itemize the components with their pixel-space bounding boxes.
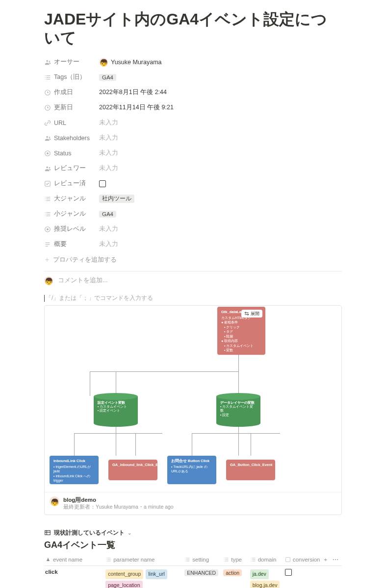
list-icon <box>250 557 256 563</box>
list-icon <box>223 557 229 563</box>
tag-chip: link_url <box>146 569 167 579</box>
tag-chip: action <box>223 569 242 576</box>
expand-icon <box>244 311 249 316</box>
diagram-node-b3: お問合せ Button Click • TrackURL内に jade のURL… <box>167 456 216 484</box>
database-view-tab[interactable]: 現状計測しているイベント ⌄ <box>44 529 342 537</box>
table-icon <box>44 529 51 536</box>
svg-point-6 <box>47 228 49 230</box>
prop-owner[interactable]: オーサー 👦Yusuke Murayama <box>44 56 342 68</box>
people-icon <box>44 59 51 66</box>
prop-status[interactable]: Status 未入力 <box>44 147 342 159</box>
tag-chip: GA4 <box>99 74 116 81</box>
list-icon <box>44 211 51 218</box>
avatar: 👦 <box>50 496 59 506</box>
col-event-name[interactable]: event name <box>44 554 104 566</box>
tag-chip: content_group <box>105 569 143 579</box>
svg-rect-7 <box>45 531 51 535</box>
prop-summary[interactable]: 概要 未入力 <box>44 239 342 250</box>
svg-rect-4 <box>45 181 51 187</box>
checkbox-icon <box>285 557 291 563</box>
editor-placeholder[interactable]: 「/」または「；」でコマンドを入力する <box>44 294 342 302</box>
prop-recommend[interactable]: 推奨レベル 未入力 <box>44 223 342 235</box>
chevron-down-icon: ⌄ <box>128 530 131 536</box>
diagram-embed[interactable]: 展開 Gtk_dataLayer カスタムHTMLタグ ● 射程条件 • クリッ… <box>44 305 342 515</box>
prop-category[interactable]: 大ジャンル 社内ツール <box>44 193 342 205</box>
tag-chip: ja.dev <box>250 569 269 579</box>
svg-rect-8 <box>285 557 290 562</box>
col-parameter[interactable]: parameter name <box>104 554 183 566</box>
tag-chip: ENHANCED <box>184 569 218 576</box>
col-domain[interactable]: domain <box>249 554 284 566</box>
tag-chip: blog.ja.dev <box>250 581 280 588</box>
link-icon <box>44 120 51 126</box>
list-icon <box>105 557 111 563</box>
prop-url[interactable]: URL 未入力 <box>44 117 342 129</box>
add-property-button[interactable]: プロパティを追加する <box>44 256 342 264</box>
avatar: 👦 <box>44 276 53 285</box>
database-title[interactable]: GA4イベント一覧 <box>44 539 342 551</box>
table-row[interactable]: clickcontent_group link_url page_locatio… <box>44 565 342 588</box>
expand-button[interactable]: 展開 <box>241 310 262 318</box>
clock-icon <box>44 89 51 96</box>
col-setting[interactable]: setting <box>183 554 222 566</box>
add-comment[interactable]: 👦 コメントを追加... <box>44 276 342 285</box>
checkbox-input[interactable] <box>285 569 292 576</box>
embed-title: blog用demo <box>63 496 174 504</box>
list-icon <box>44 196 51 202</box>
list-icon <box>184 557 190 563</box>
prop-updated[interactable]: 更新日 2022年11月14日 午後 9:21 <box>44 102 342 114</box>
avatar: 👦 <box>99 58 108 67</box>
prop-subcategory[interactable]: 小ジャンル GA4 <box>44 208 342 220</box>
tag-chip: page_location <box>105 581 142 588</box>
add-column-button[interactable]: + <box>323 554 332 566</box>
col-conversion[interactable]: conversion <box>284 554 323 566</box>
prop-reviewer[interactable]: レビュワー 未入力 <box>44 163 342 174</box>
database-table: event name parameter name setting type d… <box>44 554 342 588</box>
people-icon <box>44 165 51 172</box>
diagram-cylinder-left: 設定イベント変数 • カスタムイベント • 設定イベント <box>94 396 138 423</box>
prop-stakeholders[interactable]: Stakeholders 未入力 <box>44 132 342 144</box>
status-icon <box>44 226 51 233</box>
people-icon <box>44 135 51 142</box>
embed-footer: 👦 blog用demo 最終更新者：Yusuke Murayama・a minu… <box>45 492 341 514</box>
checkbox-input[interactable] <box>99 180 106 187</box>
plus-icon <box>44 257 50 263</box>
divider <box>44 271 342 271</box>
svg-point-3 <box>47 152 49 154</box>
diagram-node-b1: inboundLink Click • trigerElement.のURLがj… <box>50 456 99 484</box>
prop-reviewed[interactable]: レビュー済 <box>44 178 342 190</box>
diagram-canvas: 展開 Gtk_dataLayer カスタムHTMLタグ ● 射程条件 • クリッ… <box>45 306 341 492</box>
embed-subtitle: 最終更新者：Yusuke Murayama・a minute ago <box>63 504 174 511</box>
diagram-node-b2: GA_Inbound_link_Click_Event <box>108 460 157 480</box>
text-icon <box>44 241 51 248</box>
prop-created[interactable]: 作成日 2022年8月1日 午後 2:44 <box>44 87 342 98</box>
list-icon <box>44 74 51 81</box>
prop-tags[interactable]: Tags（旧） GA4 <box>44 72 342 83</box>
diagram-node-b4: GA_Button_Click_Event <box>226 460 275 480</box>
diagram-node-top: 展開 Gtk_dataLayer カスタムHTMLタグ ● 射程条件 • クリッ… <box>217 307 265 355</box>
more-button[interactable]: ⋯ <box>332 554 342 566</box>
clock-icon <box>44 104 51 111</box>
properties-panel: オーサー 👦Yusuke Murayama Tags（旧） GA4 作成日 20… <box>44 56 342 264</box>
diagram-cylinder-right: データレイヤーの変数 • カスタムイベント変数 • 設定 <box>216 396 260 423</box>
status-icon <box>44 150 51 157</box>
page-title: JADEサイト内のGA4イベント設定について <box>44 10 342 48</box>
col-type[interactable]: type <box>222 554 249 566</box>
checkbox-icon <box>44 180 51 187</box>
text-icon <box>45 557 51 563</box>
